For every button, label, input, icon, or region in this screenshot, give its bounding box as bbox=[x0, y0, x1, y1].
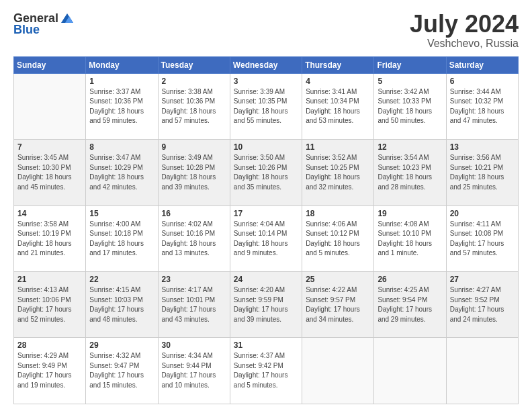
table-row: 27Sunrise: 4:27 AM Sunset: 9:52 PM Dayli… bbox=[446, 272, 518, 338]
day-detail: Sunrise: 4:00 AM Sunset: 10:18 PM Daylig… bbox=[89, 220, 154, 259]
col-saturday: Saturday bbox=[446, 56, 518, 73]
table-row: 2Sunrise: 3:38 AM Sunset: 10:36 PM Dayli… bbox=[158, 73, 230, 139]
day-number: 28 bbox=[17, 340, 82, 350]
day-detail: Sunrise: 3:49 AM Sunset: 10:28 PM Daylig… bbox=[162, 153, 226, 192]
day-detail: Sunrise: 4:27 AM Sunset: 9:52 PM Dayligh… bbox=[450, 285, 515, 324]
day-detail: Sunrise: 3:37 AM Sunset: 10:36 PM Daylig… bbox=[89, 87, 154, 126]
calendar-week-row: 7Sunrise: 3:45 AM Sunset: 10:30 PM Dayli… bbox=[14, 140, 519, 205]
table-row: 5Sunrise: 3:42 AM Sunset: 10:33 PM Dayli… bbox=[374, 73, 446, 139]
table-row: 4Sunrise: 3:41 AM Sunset: 10:34 PM Dayli… bbox=[302, 73, 374, 139]
table-row bbox=[14, 73, 86, 139]
day-detail: Sunrise: 4:04 AM Sunset: 10:14 PM Daylig… bbox=[234, 220, 298, 259]
calendar-week-row: 28Sunrise: 4:29 AM Sunset: 9:49 PM Dayli… bbox=[14, 338, 519, 404]
day-detail: Sunrise: 3:47 AM Sunset: 10:29 PM Daylig… bbox=[89, 153, 154, 192]
day-number: 19 bbox=[378, 209, 442, 218]
day-number: 30 bbox=[162, 340, 226, 350]
day-number: 26 bbox=[378, 275, 442, 284]
calendar-header-row: Sunday Monday Tuesday Wednesday Thursday… bbox=[14, 56, 519, 73]
day-detail: Sunrise: 3:39 AM Sunset: 10:35 PM Daylig… bbox=[234, 87, 298, 126]
day-number: 29 bbox=[89, 340, 154, 350]
title-section: July 2024 Veshchevo, Russia bbox=[410, 11, 519, 50]
table-row: 8Sunrise: 3:47 AM Sunset: 10:29 PM Dayli… bbox=[86, 140, 158, 205]
day-detail: Sunrise: 3:50 AM Sunset: 10:26 PM Daylig… bbox=[234, 153, 298, 192]
day-number: 7 bbox=[17, 142, 82, 152]
table-row: 29Sunrise: 4:32 AM Sunset: 9:47 PM Dayli… bbox=[86, 338, 158, 404]
table-row: 18Sunrise: 4:06 AM Sunset: 10:12 PM Dayl… bbox=[302, 205, 374, 271]
table-row bbox=[374, 338, 446, 404]
col-friday: Friday bbox=[374, 56, 446, 73]
month-year: July 2024 bbox=[410, 11, 519, 38]
day-detail: Sunrise: 4:20 AM Sunset: 9:59 PM Dayligh… bbox=[234, 285, 298, 324]
day-number: 13 bbox=[450, 142, 515, 152]
table-row: 3Sunrise: 3:39 AM Sunset: 10:35 PM Dayli… bbox=[230, 73, 302, 139]
col-wednesday: Wednesday bbox=[230, 56, 302, 73]
day-number: 23 bbox=[162, 275, 226, 284]
col-thursday: Thursday bbox=[302, 56, 374, 73]
logo-blue: Blue bbox=[13, 23, 40, 37]
calendar-week-row: 1Sunrise: 3:37 AM Sunset: 10:36 PM Dayli… bbox=[14, 73, 519, 139]
calendar-table: Sunday Monday Tuesday Wednesday Thursday… bbox=[13, 56, 519, 404]
day-detail: Sunrise: 4:13 AM Sunset: 10:06 PM Daylig… bbox=[17, 285, 82, 324]
day-detail: Sunrise: 4:32 AM Sunset: 9:47 PM Dayligh… bbox=[89, 351, 154, 390]
table-row bbox=[446, 338, 518, 404]
table-row: 22Sunrise: 4:15 AM Sunset: 10:03 PM Dayl… bbox=[86, 272, 158, 338]
day-detail: Sunrise: 3:45 AM Sunset: 10:30 PM Daylig… bbox=[17, 153, 82, 192]
day-detail: Sunrise: 4:29 AM Sunset: 9:49 PM Dayligh… bbox=[17, 351, 82, 390]
day-number: 3 bbox=[234, 77, 298, 86]
table-row: 10Sunrise: 3:50 AM Sunset: 10:26 PM Dayl… bbox=[230, 140, 302, 205]
col-tuesday: Tuesday bbox=[158, 56, 230, 73]
day-detail: Sunrise: 3:58 AM Sunset: 10:19 PM Daylig… bbox=[17, 220, 82, 259]
day-number: 9 bbox=[162, 142, 226, 152]
day-number: 21 bbox=[17, 275, 82, 284]
day-detail: Sunrise: 4:08 AM Sunset: 10:10 PM Daylig… bbox=[378, 220, 442, 259]
day-number: 2 bbox=[162, 77, 226, 86]
day-detail: Sunrise: 3:42 AM Sunset: 10:33 PM Daylig… bbox=[378, 87, 442, 126]
day-detail: Sunrise: 4:25 AM Sunset: 9:54 PM Dayligh… bbox=[378, 285, 442, 324]
table-row: 7Sunrise: 3:45 AM Sunset: 10:30 PM Dayli… bbox=[14, 140, 86, 205]
table-row: 24Sunrise: 4:20 AM Sunset: 9:59 PM Dayli… bbox=[230, 272, 302, 338]
day-detail: Sunrise: 3:41 AM Sunset: 10:34 PM Daylig… bbox=[306, 87, 370, 126]
logo: General Blue bbox=[13, 11, 75, 37]
page: General Blue July 2024 Veshchevo, Russia… bbox=[0, 0, 532, 411]
day-number: 20 bbox=[450, 209, 515, 218]
day-number: 25 bbox=[306, 275, 370, 284]
day-detail: Sunrise: 4:22 AM Sunset: 9:57 PM Dayligh… bbox=[306, 285, 370, 324]
table-row: 11Sunrise: 3:52 AM Sunset: 10:25 PM Dayl… bbox=[302, 140, 374, 205]
day-number: 27 bbox=[450, 275, 515, 284]
day-number: 24 bbox=[234, 275, 298, 284]
table-row: 28Sunrise: 4:29 AM Sunset: 9:49 PM Dayli… bbox=[14, 338, 86, 404]
table-row: 17Sunrise: 4:04 AM Sunset: 10:14 PM Dayl… bbox=[230, 205, 302, 271]
table-row: 6Sunrise: 3:44 AM Sunset: 10:32 PM Dayli… bbox=[446, 73, 518, 139]
day-detail: Sunrise: 3:54 AM Sunset: 10:23 PM Daylig… bbox=[378, 153, 442, 192]
table-row: 9Sunrise: 3:49 AM Sunset: 10:28 PM Dayli… bbox=[158, 140, 230, 205]
day-detail: Sunrise: 4:34 AM Sunset: 9:44 PM Dayligh… bbox=[162, 351, 226, 390]
day-detail: Sunrise: 4:37 AM Sunset: 9:42 PM Dayligh… bbox=[234, 351, 298, 390]
table-row: 12Sunrise: 3:54 AM Sunset: 10:23 PM Dayl… bbox=[374, 140, 446, 205]
day-number: 11 bbox=[306, 142, 370, 152]
day-detail: Sunrise: 3:38 AM Sunset: 10:36 PM Daylig… bbox=[162, 87, 226, 126]
table-row: 26Sunrise: 4:25 AM Sunset: 9:54 PM Dayli… bbox=[374, 272, 446, 338]
day-number: 12 bbox=[378, 142, 442, 152]
calendar-week-row: 21Sunrise: 4:13 AM Sunset: 10:06 PM Dayl… bbox=[14, 272, 519, 338]
col-sunday: Sunday bbox=[14, 56, 86, 73]
day-number: 16 bbox=[162, 209, 226, 218]
day-detail: Sunrise: 4:02 AM Sunset: 10:16 PM Daylig… bbox=[162, 220, 226, 259]
table-row: 21Sunrise: 4:13 AM Sunset: 10:06 PM Dayl… bbox=[14, 272, 86, 338]
day-number: 10 bbox=[234, 142, 298, 152]
table-row: 30Sunrise: 4:34 AM Sunset: 9:44 PM Dayli… bbox=[158, 338, 230, 404]
table-row: 14Sunrise: 3:58 AM Sunset: 10:19 PM Dayl… bbox=[14, 205, 86, 271]
location: Veshchevo, Russia bbox=[410, 38, 519, 50]
day-detail: Sunrise: 4:15 AM Sunset: 10:03 PM Daylig… bbox=[89, 285, 154, 324]
logo-icon bbox=[60, 11, 75, 26]
table-row: 20Sunrise: 4:11 AM Sunset: 10:08 PM Dayl… bbox=[446, 205, 518, 271]
day-number: 5 bbox=[378, 77, 442, 86]
day-number: 15 bbox=[89, 209, 154, 218]
day-detail: Sunrise: 3:56 AM Sunset: 10:21 PM Daylig… bbox=[450, 153, 515, 192]
day-detail: Sunrise: 3:44 AM Sunset: 10:32 PM Daylig… bbox=[450, 87, 515, 126]
header: General Blue July 2024 Veshchevo, Russia bbox=[13, 11, 519, 50]
table-row: 13Sunrise: 3:56 AM Sunset: 10:21 PM Dayl… bbox=[446, 140, 518, 205]
table-row: 19Sunrise: 4:08 AM Sunset: 10:10 PM Dayl… bbox=[374, 205, 446, 271]
day-number: 6 bbox=[450, 77, 515, 86]
day-number: 18 bbox=[306, 209, 370, 218]
day-detail: Sunrise: 3:52 AM Sunset: 10:25 PM Daylig… bbox=[306, 153, 370, 192]
